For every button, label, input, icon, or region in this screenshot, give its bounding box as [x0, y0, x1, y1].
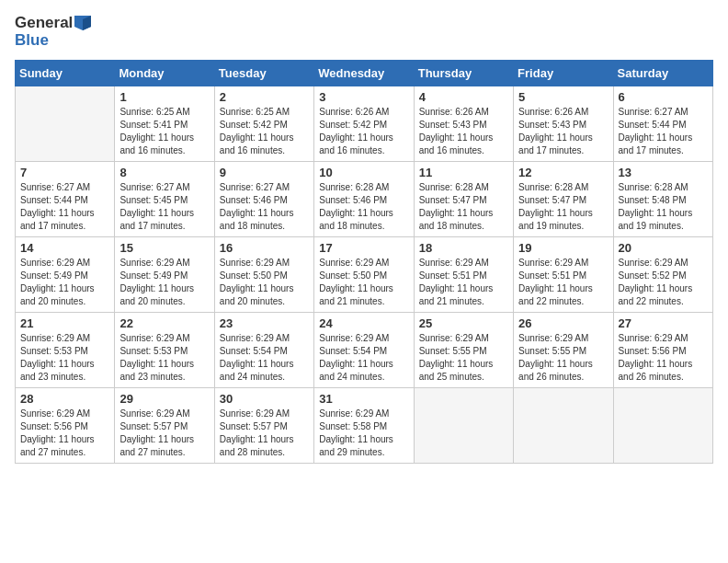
- logo: General Blue: [15, 15, 91, 49]
- week-row-2: 7Sunrise: 6:27 AMSunset: 5:44 PMDaylight…: [16, 162, 713, 237]
- day-info: Sunrise: 6:29 AMSunset: 5:50 PMDaylight:…: [319, 257, 408, 308]
- week-row-4: 21Sunrise: 6:29 AMSunset: 5:53 PMDayligh…: [16, 313, 713, 388]
- day-number: 20: [619, 241, 708, 255]
- calendar-table: SundayMondayTuesdayWednesdayThursdayFrid…: [15, 60, 713, 464]
- day-cell: 3Sunrise: 6:26 AMSunset: 5:42 PMDaylight…: [314, 86, 414, 162]
- col-header-friday: Friday: [514, 61, 613, 86]
- day-cell: 21Sunrise: 6:29 AMSunset: 5:53 PMDayligh…: [16, 313, 115, 388]
- day-info: Sunrise: 6:27 AMSunset: 5:45 PMDaylight:…: [119, 181, 209, 233]
- day-info: Sunrise: 6:29 AMSunset: 5:53 PMDaylight:…: [20, 332, 109, 384]
- day-info: Sunrise: 6:28 AMSunset: 5:47 PMDaylight:…: [419, 181, 508, 233]
- day-cell: 14Sunrise: 6:29 AMSunset: 5:49 PMDayligh…: [16, 237, 115, 313]
- day-number: 3: [319, 90, 408, 104]
- day-cell: 19Sunrise: 6:29 AMSunset: 5:51 PMDayligh…: [514, 237, 613, 313]
- day-info: Sunrise: 6:29 AMSunset: 5:56 PMDaylight:…: [619, 332, 708, 384]
- day-info: Sunrise: 6:28 AMSunset: 5:46 PMDaylight:…: [319, 181, 408, 233]
- day-info: Sunrise: 6:28 AMSunset: 5:47 PMDaylight:…: [518, 181, 608, 233]
- day-number: 22: [119, 316, 209, 330]
- day-number: 28: [20, 392, 109, 406]
- day-number: 6: [619, 90, 708, 104]
- day-number: 19: [518, 241, 608, 255]
- col-header-saturday: Saturday: [613, 61, 712, 86]
- day-info: Sunrise: 6:26 AMSunset: 5:42 PMDaylight:…: [319, 106, 408, 157]
- day-cell: 29Sunrise: 6:29 AMSunset: 5:57 PMDayligh…: [115, 388, 214, 464]
- day-cell: [414, 388, 513, 464]
- col-header-tuesday: Tuesday: [214, 61, 313, 86]
- logo-blue-text: Blue: [15, 32, 91, 50]
- day-cell: 12Sunrise: 6:28 AMSunset: 5:47 PMDayligh…: [514, 162, 613, 237]
- day-cell: [514, 388, 613, 464]
- day-number: 1: [119, 90, 209, 104]
- col-header-thursday: Thursday: [414, 61, 513, 86]
- day-cell: 16Sunrise: 6:29 AMSunset: 5:50 PMDayligh…: [214, 237, 313, 313]
- day-cell: 1Sunrise: 6:25 AMSunset: 5:41 PMDaylight…: [115, 86, 214, 162]
- day-number: 9: [220, 166, 309, 179]
- day-number: 29: [119, 392, 209, 406]
- day-number: 23: [220, 316, 309, 330]
- day-cell: 18Sunrise: 6:29 AMSunset: 5:51 PMDayligh…: [414, 237, 513, 313]
- day-cell: 24Sunrise: 6:29 AMSunset: 5:54 PMDayligh…: [314, 313, 414, 388]
- day-info: Sunrise: 6:26 AMSunset: 5:43 PMDaylight:…: [419, 106, 508, 157]
- day-info: Sunrise: 6:27 AMSunset: 5:46 PMDaylight:…: [220, 181, 309, 233]
- day-number: 26: [518, 316, 608, 330]
- day-info: Sunrise: 6:29 AMSunset: 5:58 PMDaylight:…: [319, 408, 408, 459]
- day-number: 7: [20, 166, 109, 179]
- day-info: Sunrise: 6:29 AMSunset: 5:53 PMDaylight:…: [119, 332, 209, 384]
- col-header-wednesday: Wednesday: [314, 61, 414, 86]
- day-info: Sunrise: 6:29 AMSunset: 5:49 PMDaylight:…: [20, 257, 109, 308]
- day-info: Sunrise: 6:27 AMSunset: 5:44 PMDaylight:…: [619, 106, 708, 157]
- logo-arrow-icon: [74, 16, 91, 30]
- day-info: Sunrise: 6:27 AMSunset: 5:44 PMDaylight:…: [20, 181, 109, 233]
- day-number: 13: [619, 166, 708, 179]
- day-number: 14: [20, 241, 109, 255]
- day-info: Sunrise: 6:29 AMSunset: 5:51 PMDaylight:…: [518, 257, 608, 308]
- day-info: Sunrise: 6:29 AMSunset: 5:54 PMDaylight:…: [319, 332, 408, 384]
- day-cell: 10Sunrise: 6:28 AMSunset: 5:46 PMDayligh…: [314, 162, 414, 237]
- day-cell: 27Sunrise: 6:29 AMSunset: 5:56 PMDayligh…: [613, 313, 712, 388]
- day-number: 15: [119, 241, 209, 255]
- day-number: 8: [119, 166, 209, 179]
- week-row-1: 1Sunrise: 6:25 AMSunset: 5:41 PMDaylight…: [16, 86, 713, 162]
- day-info: Sunrise: 6:29 AMSunset: 5:55 PMDaylight:…: [518, 332, 608, 384]
- day-info: Sunrise: 6:25 AMSunset: 5:42 PMDaylight:…: [220, 106, 309, 157]
- day-cell: 15Sunrise: 6:29 AMSunset: 5:49 PMDayligh…: [115, 237, 214, 313]
- day-info: Sunrise: 6:29 AMSunset: 5:57 PMDaylight:…: [119, 408, 209, 459]
- day-cell: 9Sunrise: 6:27 AMSunset: 5:46 PMDaylight…: [214, 162, 313, 237]
- day-cell: 7Sunrise: 6:27 AMSunset: 5:44 PMDaylight…: [16, 162, 115, 237]
- day-number: 27: [619, 316, 708, 330]
- day-cell: 13Sunrise: 6:28 AMSunset: 5:48 PMDayligh…: [613, 162, 712, 237]
- day-number: 10: [319, 166, 408, 179]
- header-row: SundayMondayTuesdayWednesdayThursdayFrid…: [16, 61, 713, 86]
- day-cell: 20Sunrise: 6:29 AMSunset: 5:52 PMDayligh…: [613, 237, 712, 313]
- day-cell: 4Sunrise: 6:26 AMSunset: 5:43 PMDaylight…: [414, 86, 513, 162]
- page-header: General Blue: [15, 15, 713, 49]
- col-header-monday: Monday: [115, 61, 214, 86]
- day-info: Sunrise: 6:29 AMSunset: 5:57 PMDaylight:…: [220, 408, 309, 459]
- day-cell: 25Sunrise: 6:29 AMSunset: 5:55 PMDayligh…: [414, 313, 513, 388]
- day-info: Sunrise: 6:29 AMSunset: 5:52 PMDaylight:…: [619, 257, 708, 308]
- day-info: Sunrise: 6:29 AMSunset: 5:54 PMDaylight:…: [220, 332, 309, 384]
- day-cell: 2Sunrise: 6:25 AMSunset: 5:42 PMDaylight…: [214, 86, 313, 162]
- day-info: Sunrise: 6:29 AMSunset: 5:50 PMDaylight:…: [220, 257, 309, 308]
- day-cell: 28Sunrise: 6:29 AMSunset: 5:56 PMDayligh…: [16, 388, 115, 464]
- day-cell: 22Sunrise: 6:29 AMSunset: 5:53 PMDayligh…: [115, 313, 214, 388]
- day-number: 11: [419, 166, 508, 179]
- day-info: Sunrise: 6:29 AMSunset: 5:51 PMDaylight:…: [419, 257, 508, 308]
- week-row-3: 14Sunrise: 6:29 AMSunset: 5:49 PMDayligh…: [16, 237, 713, 313]
- day-number: 12: [518, 166, 608, 179]
- day-number: 30: [220, 392, 309, 406]
- day-number: 5: [518, 90, 608, 104]
- day-cell: 31Sunrise: 6:29 AMSunset: 5:58 PMDayligh…: [314, 388, 414, 464]
- day-info: Sunrise: 6:25 AMSunset: 5:41 PMDaylight:…: [119, 106, 209, 157]
- day-number: 31: [319, 392, 408, 406]
- day-number: 18: [419, 241, 508, 255]
- day-number: 2: [220, 90, 309, 104]
- day-info: Sunrise: 6:26 AMSunset: 5:43 PMDaylight:…: [518, 106, 608, 157]
- day-cell: 17Sunrise: 6:29 AMSunset: 5:50 PMDayligh…: [314, 237, 414, 313]
- day-info: Sunrise: 6:29 AMSunset: 5:49 PMDaylight:…: [119, 257, 209, 308]
- day-number: 4: [419, 90, 508, 104]
- day-cell: 6Sunrise: 6:27 AMSunset: 5:44 PMDaylight…: [613, 86, 712, 162]
- day-number: 17: [319, 241, 408, 255]
- day-info: Sunrise: 6:29 AMSunset: 5:55 PMDaylight:…: [419, 332, 508, 384]
- day-cell: [613, 388, 712, 464]
